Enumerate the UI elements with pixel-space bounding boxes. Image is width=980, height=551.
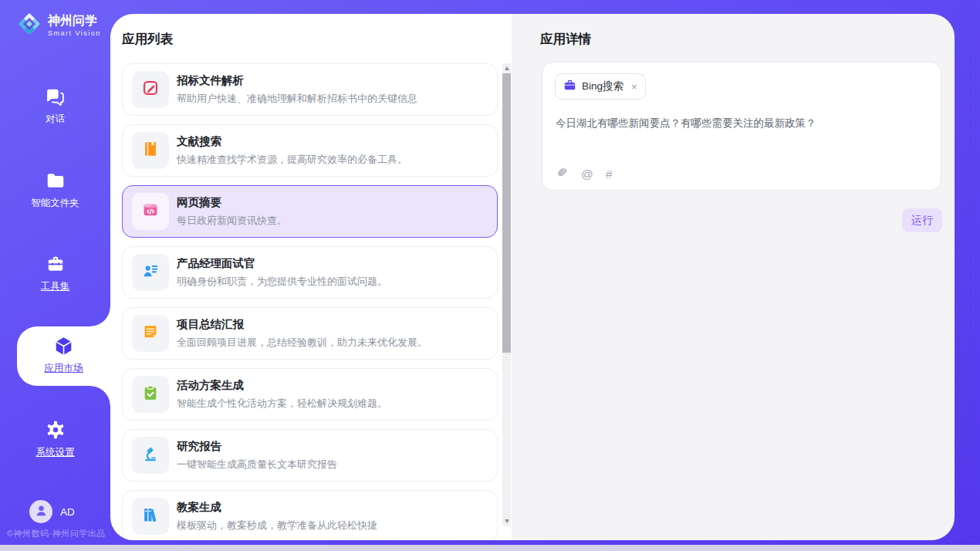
app-list-title: 应用列表 — [122, 31, 173, 48]
app-list-pane: 应用列表 招标文件解析 帮助用户快速、准确地理解和解析招标书中的关键信息 — [110, 14, 512, 540]
tool-chip-label: Bing搜索 — [582, 79, 623, 93]
chip-close-icon[interactable]: × — [631, 81, 637, 93]
app-icon-tile — [132, 193, 169, 230]
user-label: AD — [60, 506, 75, 518]
prompt-card: Bing搜索 × 今日湖北有哪些新闻要点？有哪些需要关注的最新政策？ @ # — [542, 62, 941, 191]
at-icon[interactable]: @ — [581, 167, 593, 181]
run-button[interactable]: 运行 — [902, 208, 942, 232]
app-name: 网页摘要 — [177, 195, 287, 210]
user-row[interactable]: AD — [29, 500, 75, 523]
scroll-down-button[interactable] — [502, 516, 511, 526]
app-name: 文献搜索 — [177, 134, 407, 149]
app-description: 一键智能生成高质量长文本研究报告 — [177, 458, 337, 472]
app-card[interactable]: 教案生成 模板驱动，教案秒成，教学准备从此轻松快捷 — [122, 490, 498, 540]
app-description: 快速精准查找学术资源，提高研究效率的必备工具。 — [177, 153, 407, 167]
app-icon-tile — [132, 498, 169, 535]
book-icon — [142, 140, 159, 161]
app-card-list: 招标文件解析 帮助用户快速、准确地理解和解析招标书中的关键信息 文献搜索 快速精… — [122, 63, 498, 540]
books-icon — [142, 506, 159, 526]
app-icon-tile — [132, 315, 169, 352]
main-content: 应用列表 招标文件解析 帮助用户快速、准确地理解和解析招标书中的关键信息 — [110, 14, 955, 540]
bottom-edge-strip — [0, 545, 980, 551]
app-description: 全面回顾项目进展，总结经验教训，助力未来优化发展。 — [177, 336, 427, 350]
gear-icon — [0, 420, 110, 441]
sidebar-nav-item[interactable]: 应用市场 — [17, 326, 110, 386]
app-description: 智能生成个性化活动方案，轻松解决规划难题。 — [177, 397, 387, 411]
app-window: 神州问学 Smart Vision 对话 智能文件夹 工具集 — [0, 0, 980, 551]
scrollbar-thumb[interactable] — [502, 73, 511, 353]
briefcase-icon — [563, 79, 576, 95]
app-icon-tile — [132, 437, 169, 474]
person-icon — [34, 503, 49, 521]
toolbox-icon — [0, 254, 110, 276]
app-description: 每日政府新闻资讯快查。 — [177, 214, 287, 228]
app-icon-tile — [132, 132, 169, 169]
app-card[interactable]: 研究报告 一键智能生成高质量长文本研究报告 — [122, 429, 498, 482]
sidebar-nav-item[interactable]: 对话 — [0, 86, 110, 126]
triangle-down-icon — [505, 519, 509, 523]
sidebar-nav-item[interactable]: 系统设置 — [0, 420, 110, 459]
hash-icon[interactable]: # — [606, 167, 613, 181]
sidebar-nav-item[interactable]: 工具集 — [0, 254, 110, 293]
app-card[interactable]: 招标文件解析 帮助用户快速、准确地理解和解析招标书中的关键信息 — [122, 63, 498, 116]
browser-code-icon — [142, 201, 159, 221]
query-text[interactable]: 今日湖北有哪些新闻要点？有哪些需要关注的最新政策？ — [556, 117, 926, 130]
tool-chip[interactable]: Bing搜索 × — [555, 73, 646, 100]
app-description: 帮助用户快速、准确地理解和解析招标书中的关键信息 — [177, 92, 417, 106]
app-detail-title: 应用详情 — [540, 31, 591, 48]
app-name: 研究报告 — [177, 439, 337, 454]
app-card[interactable]: 文献搜索 快速精准查找学术资源，提高研究效率的必备工具。 — [122, 124, 498, 177]
microscope-icon — [142, 445, 159, 465]
dot-texture-decoration — [957, 0, 980, 551]
sidebar-nav-item[interactable]: 智能文件夹 — [0, 171, 110, 210]
triangle-up-icon — [505, 66, 509, 70]
app-card[interactable]: 项目总结汇报 全面回顾项目进展，总结经验教训，助力未来优化发展。 — [122, 307, 498, 360]
app-card[interactable]: 活动方案生成 智能生成个性化活动方案，轻松解决规划难题。 — [122, 368, 498, 421]
app-detail-pane: 应用详情 Bing搜索 × 今日湖北有哪些新闻要点？有哪些需要关注的最新政策？ … — [512, 14, 955, 540]
sidebar-nav-label: 工具集 — [41, 280, 70, 293]
brand-tagline: Smart Vision — [48, 29, 101, 37]
chat-icon — [0, 86, 110, 108]
app-name: 产品经理面试官 — [177, 256, 387, 271]
interviewer-icon — [142, 262, 159, 282]
cube-icon — [17, 336, 110, 357]
app-name: 教案生成 — [177, 500, 377, 515]
folder-icon — [0, 171, 110, 192]
note-icon — [142, 323, 159, 343]
paperclip-icon[interactable] — [556, 166, 569, 182]
sidebar-nav-label: 对话 — [46, 113, 65, 126]
app-card[interactable]: 产品经理面试官 明确身份和职责，为您提供专业性的面试问题。 — [122, 246, 498, 299]
app-description: 明确身份和职责，为您提供专业性的面试问题。 — [177, 275, 387, 289]
pen-square-icon — [142, 79, 159, 100]
clipboard-check-icon — [142, 384, 159, 404]
sidebar-nav-label: 应用市场 — [45, 362, 83, 375]
app-card[interactable]: 网页摘要 每日政府新闻资讯快查。 — [122, 185, 498, 238]
app-icon-tile — [132, 254, 169, 291]
brand: 神州问学 Smart Vision — [15, 10, 101, 41]
sidebar: 神州问学 Smart Vision 对话 智能文件夹 工具集 — [0, 0, 110, 545]
sidebar-nav-label: 系统设置 — [36, 446, 75, 459]
scrollbar[interactable] — [502, 63, 511, 526]
app-name: 活动方案生成 — [177, 378, 387, 393]
copyright-text: ©神州数码·神州问学出品 — [7, 528, 106, 539]
composer-toolbar: @ # — [556, 166, 612, 182]
app-icon-tile — [132, 71, 169, 108]
app-icon-tile — [132, 376, 169, 413]
app-name: 招标文件解析 — [177, 73, 417, 88]
app-name: 项目总结汇报 — [177, 317, 427, 332]
brand-logo-icon — [15, 10, 43, 41]
brand-name: 神州问学 — [48, 14, 101, 28]
sidebar-nav-label: 智能文件夹 — [31, 197, 79, 210]
scroll-up-button[interactable] — [502, 63, 511, 73]
avatar[interactable] — [29, 500, 52, 523]
app-description: 模板驱动，教案秒成，教学准备从此轻松快捷 — [177, 519, 377, 532]
